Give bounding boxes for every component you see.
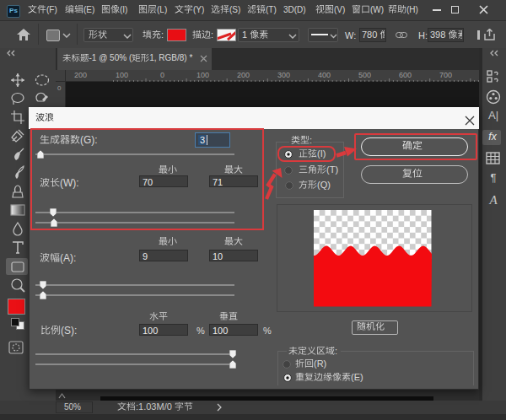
svg-text:(V): (V) xyxy=(334,5,345,14)
svg-text::1.03M/0: :1.03M/0 xyxy=(136,402,172,412)
svg-text:(I): (I) xyxy=(120,5,127,14)
svg-text:(R): (R) xyxy=(314,359,326,369)
svg-text::: : xyxy=(161,30,164,40)
svg-text:(S): (S) xyxy=(229,5,240,14)
svg-text::: : xyxy=(211,30,213,40)
svg-text::: : xyxy=(335,347,337,356)
svg-text:(T): (T) xyxy=(326,165,338,175)
svg-text:(E): (E) xyxy=(351,373,363,382)
svg-text::: : xyxy=(310,136,312,145)
svg-text:-1 @ 50% (: -1 @ 50% ( xyxy=(89,54,132,62)
svg-text:1, RGB/8) *: 1, RGB/8) * xyxy=(149,54,192,62)
svg-text:398: 398 xyxy=(430,30,445,40)
svg-text:(Q): (Q) xyxy=(317,180,331,190)
svg-text:(F): (F) xyxy=(46,5,57,14)
svg-text:(S):: (S): xyxy=(61,326,77,337)
svg-text:(L): (L) xyxy=(157,5,167,14)
svg-text:1: 1 xyxy=(242,30,247,40)
svg-text:(H): (H) xyxy=(406,5,418,14)
svg-text:(A):: (A): xyxy=(60,253,76,264)
svg-text:(W): (W) xyxy=(370,5,384,14)
svg-text:780: 780 xyxy=(362,30,377,40)
svg-text:(E): (E) xyxy=(83,5,94,14)
svg-text:(T): (T) xyxy=(266,5,277,14)
svg-text:3D(D): 3D(D) xyxy=(283,5,306,14)
svg-text:(Y): (Y) xyxy=(193,5,204,14)
